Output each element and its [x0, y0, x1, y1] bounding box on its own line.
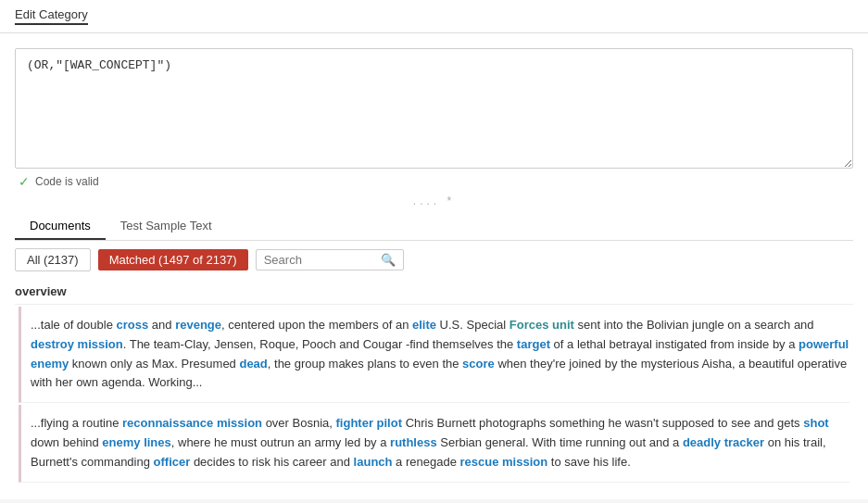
search-icon: 🔍	[381, 253, 396, 267]
hl-powerful-enemy: powerful enemy	[31, 337, 849, 371]
hl-target: target	[517, 337, 550, 351]
code-valid-message: Code is valid	[35, 175, 99, 188]
tabs-row: Documents Test Sample Text	[15, 213, 853, 241]
search-box: 🔍	[256, 249, 404, 270]
check-icon: ✓	[19, 174, 30, 189]
divider-dots: .... *	[15, 189, 853, 213]
btn-all[interactable]: All (2137)	[15, 248, 91, 271]
hl-launch: launch	[354, 455, 393, 469]
search-input[interactable]	[264, 253, 377, 267]
content-area: ...tale of double cross and revenge, cen…	[15, 305, 853, 484]
page-title: Edit Category	[15, 7, 88, 25]
hl-score: score	[462, 357, 495, 371]
hl-deadly-tracker: deadly tracker	[683, 435, 764, 449]
btn-matched[interactable]: Matched (1497 of 2137)	[98, 249, 248, 270]
hl-destroy-mission: destroy mission	[31, 337, 123, 351]
hl-recon-mission: reconnaissance mission	[122, 416, 262, 430]
hl-forces-unit: Forces unit	[509, 318, 574, 332]
top-bar: Edit Category	[0, 0, 868, 33]
hl-elite: elite	[412, 318, 436, 332]
doc2-text: ...flying a routine reconnaissance missi…	[31, 416, 829, 469]
hl-revenge: revenge	[175, 318, 221, 332]
doc1-text: ...tale of double cross and revenge, cen…	[31, 318, 849, 389]
hl-ruthless: ruthless	[390, 435, 437, 449]
main-content: (OR,"[WAR_CONCEPT]") ✓ Code is valid ...…	[0, 33, 868, 499]
code-editor[interactable]: (OR,"[WAR_CONCEPT]")	[15, 48, 853, 169]
hl-rescue-mission: rescue mission	[460, 455, 548, 469]
code-text: (OR,"[WAR_CONCEPT]")	[27, 58, 171, 72]
tab-test-sample-text[interactable]: Test Sample Text	[106, 213, 227, 240]
section-header: overview	[15, 277, 853, 305]
code-valid-row: ✓ Code is valid	[15, 169, 853, 189]
tab-documents[interactable]: Documents	[15, 213, 106, 240]
hl-shot: shot	[803, 416, 828, 430]
hl-enemy-lines: enemy lines	[102, 435, 170, 449]
document-block-2: ...flying a routine reconnaissance missi…	[19, 405, 849, 482]
hl-dead: dead	[239, 357, 267, 371]
hl-fighter-pilot: fighter pilot	[336, 416, 403, 430]
hl-cross: cross	[117, 318, 149, 332]
hl-officer: officer	[154, 455, 191, 469]
document-block-1: ...tale of double cross and revenge, cen…	[19, 307, 849, 403]
filter-row: All (2137) Matched (1497 of 2137) 🔍	[15, 241, 853, 277]
